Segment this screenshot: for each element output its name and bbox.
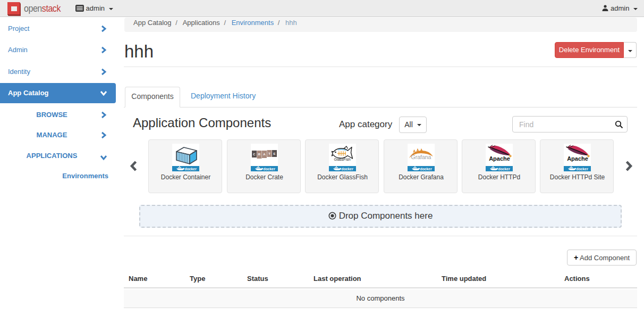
- svg-text:R: R: [258, 153, 261, 156]
- svg-text:GlassFish: GlassFish: [334, 158, 350, 161]
- svg-text:A: A: [263, 153, 266, 156]
- svg-text:E: E: [273, 152, 275, 155]
- svg-text:T: T: [268, 152, 270, 155]
- svg-text:C: C: [253, 153, 256, 156]
- svg-text:Apache: Apache: [489, 155, 510, 162]
- svg-text:Grafana: Grafana: [411, 154, 431, 160]
- svg-text:Apache: Apache: [567, 155, 588, 162]
